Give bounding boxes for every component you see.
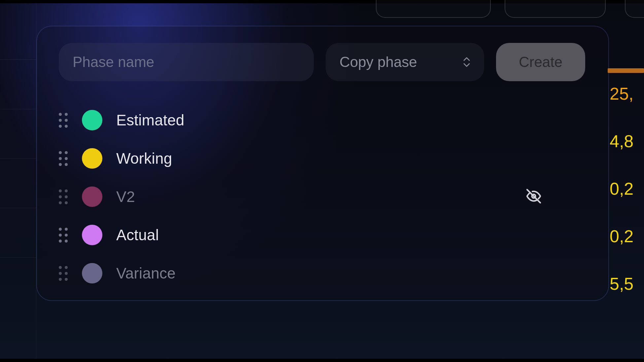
phase-label: Estimated [116,111,184,129]
app-viewport: Copy phase Create EstimatedWorkingV2Actu… [0,0,644,362]
phases-panel: Copy phase Create EstimatedWorkingV2Actu… [36,26,609,301]
sidebar-divider [0,158,36,159]
phase-label: V2 [116,188,135,206]
topbar-ghost-button-1[interactable] [376,0,491,18]
phase-color-dot [82,186,102,207]
drag-handle-icon[interactable] [59,266,82,281]
phase-color-dot [82,110,102,130]
sidebar-edge [0,3,36,359]
copy-phase-select[interactable]: Copy phase [326,43,484,81]
sidebar-divider [0,59,36,60]
phase-name-input[interactable] [59,43,314,81]
side-value: 0,2 [608,213,644,260]
drag-handle-icon[interactable] [59,113,82,128]
create-button[interactable]: Create [496,43,585,81]
topbar-ghost-button-3[interactable] [625,0,644,18]
sidebar-divider [0,109,36,109]
sidebar-divider [0,208,36,208]
copy-phase-select-label: Copy phase [340,54,463,70]
drag-handle-icon[interactable] [59,228,82,243]
eye-off-icon[interactable] [526,189,541,205]
phase-row[interactable]: Variance [59,254,589,292]
highlight-strip [608,68,644,73]
phase-list: EstimatedWorkingV2ActualVariance [59,101,589,292]
phase-label: Working [116,149,172,167]
phase-color-dot [82,263,102,283]
letterbox-bottom [0,359,644,362]
topbar-ghost-button-2[interactable] [505,0,606,18]
side-value: 0,2 [608,165,644,213]
phase-controls-row: Copy phase Create [59,43,592,81]
phase-label: Variance [116,264,176,282]
sidebar-divider [0,257,36,258]
phase-color-dot [82,225,102,245]
side-value: 5,5 [608,260,644,308]
phase-row[interactable]: Working [59,139,589,178]
side-values-column: 25,4,80,20,25,5 [608,70,644,308]
side-value: 4,8 [608,117,644,165]
updown-chevrons-icon [463,57,470,67]
phase-row[interactable]: V2 [59,178,589,216]
phase-row[interactable]: Estimated [59,101,589,139]
phase-row[interactable]: Actual [59,216,589,254]
drag-handle-icon[interactable] [59,151,82,166]
phase-label: Actual [116,226,159,244]
phase-color-dot [82,148,102,169]
drag-handle-icon[interactable] [59,189,82,204]
side-value: 25, [608,70,644,117]
